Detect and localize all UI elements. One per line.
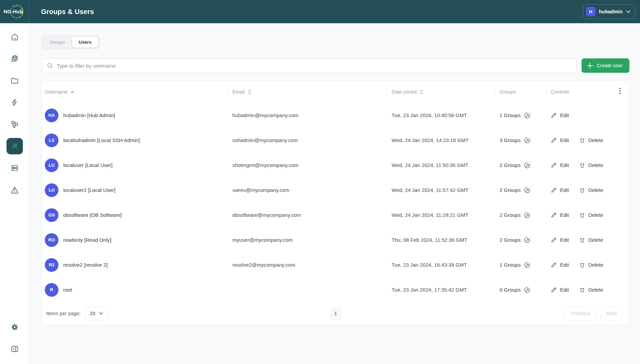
user-menu-button[interactable]: H hubadmin [583, 4, 635, 19]
top-header: NG-Hub TM Groups & Users H hubadmin [0, 0, 640, 23]
groups-count-text: 0 Groups [500, 287, 521, 293]
avatar: R [45, 283, 58, 297]
delete-button[interactable]: Delete [579, 137, 603, 143]
table-row: R2 resolve2 [resolve 2] resolve2@mycompa… [42, 252, 629, 277]
groups-link-icon[interactable] [523, 211, 531, 219]
edit-button[interactable]: Edit [551, 212, 569, 218]
avatar: LS [45, 134, 58, 147]
collapse-panel-icon [10, 345, 19, 353]
sidebar-item-home[interactable] [6, 29, 23, 45]
create-user-button[interactable]: Create user [582, 58, 629, 73]
table-options-kebab-button[interactable] [618, 86, 622, 96]
delete-label: Delete [588, 237, 603, 243]
delete-button[interactable]: Delete [579, 237, 603, 243]
tab-groups[interactable]: Groups [43, 37, 71, 47]
delete-button[interactable]: Delete [579, 187, 603, 193]
table-body: HA hubadmin [Hub Admin] hubadmin@mycompa… [42, 103, 629, 302]
avatar: RO [45, 233, 58, 247]
delete-label: Delete [588, 187, 603, 193]
edit-button[interactable]: Edit [551, 112, 569, 118]
groups-link-icon[interactable] [523, 286, 531, 294]
edit-button[interactable]: Edit [551, 237, 569, 243]
edit-label: Edit [560, 112, 569, 118]
edit-button[interactable]: Edit [551, 287, 569, 293]
groups-count-text: 2 Groups [500, 212, 521, 218]
column-header-date-joined[interactable]: Date joined [387, 81, 495, 103]
previous-page-button[interactable]: Previous [565, 307, 596, 321]
sidebar-item-topology[interactable] [6, 116, 23, 132]
delete-button[interactable]: Delete [579, 262, 603, 268]
column-header-email[interactable]: Email [228, 81, 387, 103]
search-input-wrapper [42, 58, 577, 73]
logo-text: NG-Hub [4, 9, 23, 14]
edit-button[interactable]: Edit [551, 262, 569, 268]
kebab-icon [619, 88, 621, 94]
delete-label: Delete [588, 212, 603, 218]
edit-label: Edit [560, 212, 569, 218]
toolbar: Create user [42, 58, 629, 73]
edit-button[interactable]: Edit [551, 187, 569, 193]
username-text: hubadmin [Hub Admin] [63, 112, 115, 118]
groups-link-icon[interactable] [523, 261, 531, 269]
email-text: resolve2@mycompany.com [228, 262, 387, 268]
sidebar-item-automation[interactable] [6, 94, 23, 111]
folder-icon [10, 76, 19, 85]
groups-link-icon[interactable] [523, 161, 531, 169]
page-number-button[interactable]: 1 [330, 307, 341, 320]
sidebar-item-folder[interactable] [6, 72, 23, 89]
tab-users[interactable]: Users [72, 37, 98, 47]
servers-icon [10, 164, 19, 172]
users-table-card: Username Email Date joined Groups Contro… [42, 81, 629, 325]
next-page-button[interactable]: Next [600, 307, 623, 321]
view-tabs: Groups Users [42, 35, 100, 49]
table-row: OS obsoftware [OB Software] obsoftware@m… [42, 202, 629, 227]
user-avatar: H [586, 7, 596, 16]
email-text: myuser@mycompany.com [228, 237, 387, 243]
trash-icon [579, 287, 585, 293]
username-text: localuser [Local User] [63, 162, 112, 168]
search-icon [47, 62, 53, 69]
email-text: hubadmin@mycompany.com [228, 112, 387, 118]
table-row: HA hubadmin [Hub Admin] hubadmin@mycompa… [42, 103, 629, 128]
avatar: LU [45, 158, 58, 172]
sidebar-item-network-discovery[interactable] [6, 51, 23, 67]
delete-label: Delete [588, 287, 603, 293]
column-header-username[interactable]: Username [42, 81, 228, 103]
pencil-icon [551, 262, 557, 268]
items-per-page-select[interactable]: 20 [85, 307, 108, 320]
main-content: Groups Users Create user Username Email [29, 23, 640, 364]
groups-link-icon[interactable] [523, 236, 531, 244]
sidebar-item-collapse-panel[interactable] [6, 341, 23, 357]
pencil-icon [551, 237, 557, 243]
email-text: swrev@mycompany.com [228, 187, 387, 193]
delete-button[interactable]: Delete [579, 162, 603, 168]
edit-label: Edit [560, 237, 569, 243]
date-joined-text: Thu, 08 Feb 2024, 11:52:36 GMT [387, 237, 495, 243]
home-icon [10, 32, 19, 41]
email-text: sshadmin@mycompany.com [228, 137, 387, 143]
pagination: Items per page: 20 1 Previous Next [42, 302, 629, 325]
avatar: R2 [45, 258, 58, 272]
table-row: RO readonly [Read Only] myuser@mycompany… [42, 227, 629, 252]
groups-link-icon[interactable] [523, 111, 531, 119]
groups-link-icon[interactable] [523, 136, 531, 144]
sidebar-item-servers[interactable] [6, 160, 23, 176]
delete-button[interactable]: Delete [579, 287, 603, 293]
username-text: root [63, 287, 72, 293]
search-input[interactable] [57, 63, 572, 69]
username-text: localuser2 [Local User] [63, 187, 115, 193]
sidebar-item-users[interactable] [6, 138, 23, 154]
date-joined-text: Tue, 23 Jan 2024, 16:43:39 GMT [387, 262, 495, 268]
edit-button[interactable]: Edit [551, 137, 569, 143]
sidebar-item-settings[interactable] [6, 319, 23, 335]
date-joined-text: Tue, 23 Jan 2024, 10:40:58 GMT [387, 112, 495, 118]
username-text: localsshadmin [Local SSH Admin] [63, 137, 140, 143]
avatar: LU [45, 183, 58, 197]
column-header-controls: Controls [546, 81, 629, 103]
sidebar-item-alerts[interactable] [6, 182, 23, 198]
chevron-down-icon [99, 312, 103, 315]
edit-button[interactable]: Edit [551, 162, 569, 168]
user-name: hubadmin [599, 9, 623, 14]
delete-button[interactable]: Delete [579, 212, 603, 218]
groups-link-icon[interactable] [523, 186, 531, 194]
